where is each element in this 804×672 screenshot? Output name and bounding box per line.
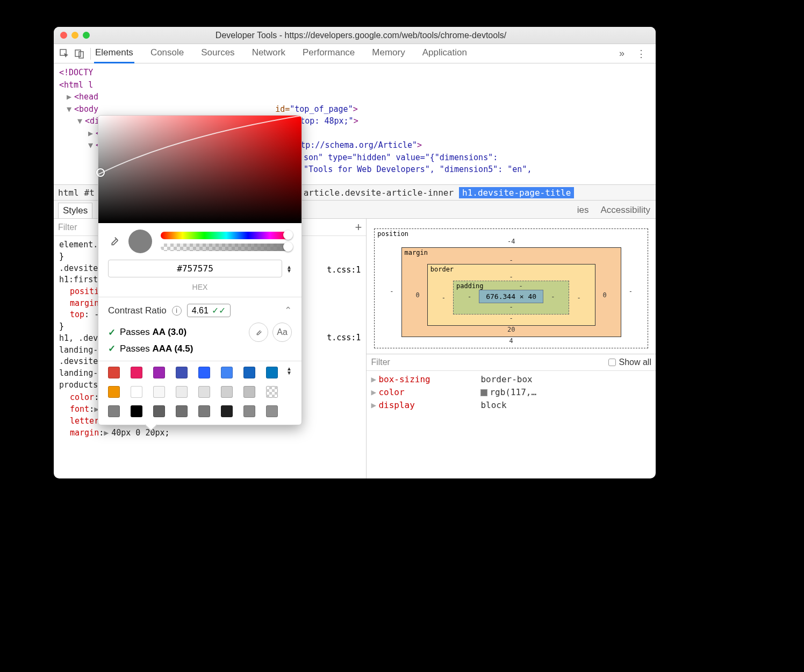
palette-swatch[interactable] <box>176 405 188 417</box>
bm-margin-label: margin <box>405 249 428 256</box>
expand-icon[interactable]: ▶ <box>371 373 378 386</box>
more-tabs-icon[interactable]: » <box>614 48 630 59</box>
bm-content: 676.344 × 40 <box>479 290 543 303</box>
main-toolbar: Elements Console Sources Network Perform… <box>54 44 656 63</box>
tab-elements[interactable]: Elements <box>94 44 134 63</box>
palette-swatch[interactable] <box>131 405 142 417</box>
tab-memory[interactable]: Memory <box>371 44 406 63</box>
tab-network[interactable]: Network <box>251 44 286 63</box>
palette-swatch[interactable] <box>108 367 120 378</box>
close-button[interactable] <box>60 32 67 39</box>
palette-swatch[interactable] <box>131 367 142 378</box>
doctype-node: <!DOCTY <box>59 68 93 77</box>
palette-swatch[interactable] <box>243 405 255 417</box>
show-all-toggle[interactable]: Show all <box>608 358 651 367</box>
box-model-diagram[interactable]: position -4 - margin - 0 border <box>367 219 656 354</box>
palette-swatch[interactable] <box>153 367 165 378</box>
alpha-thumb[interactable] <box>283 242 293 252</box>
prop-margin-val: 40px 0 20px <box>111 428 164 438</box>
current-color-swatch <box>128 230 152 253</box>
format-stepper-icon[interactable]: ▲▼ <box>286 265 292 273</box>
html-node: <html l <box>59 80 93 90</box>
crumb-html[interactable]: html <box>58 188 79 198</box>
bg-eyedropper-icon[interactable] <box>249 323 268 342</box>
tab-sources[interactable]: Sources <box>200 44 235 63</box>
palette-swatch[interactable] <box>131 386 142 398</box>
palette-swatch[interactable] <box>198 367 210 378</box>
bm-pos-bottom: 4 <box>390 337 633 345</box>
palette-swatch[interactable] <box>243 367 255 378</box>
device-toggle-icon[interactable] <box>72 46 87 61</box>
prop-top-val: : - <box>84 310 99 319</box>
check-icon: ✓ <box>108 327 116 338</box>
palette-swatch[interactable] <box>108 386 120 398</box>
settings-menu-icon[interactable]: ⋮ <box>630 48 652 60</box>
palette-swatch[interactable] <box>221 367 233 378</box>
attr-id: id= <box>275 104 290 114</box>
saturation-picker[interactable] <box>98 116 302 223</box>
contrast-ratio-label: Contrast Ratio <box>108 305 167 316</box>
tab-console[interactable]: Console <box>149 44 185 63</box>
palette-swatch[interactable] <box>176 367 188 378</box>
computed-prop: color <box>378 386 480 399</box>
palette-swatch[interactable] <box>243 386 255 398</box>
palette-stepper-icon[interactable]: ▲▼ <box>286 367 292 375</box>
pass-aa-label: Passes AA (3.0) <box>120 327 186 338</box>
info-icon[interactable]: i <box>172 306 182 316</box>
bm-pos-top: -4 <box>390 238 633 245</box>
eyedropper-icon[interactable] <box>108 235 120 247</box>
palette-swatch[interactable] <box>266 367 278 378</box>
minimize-button[interactable] <box>71 32 78 39</box>
tab-application[interactable]: Application <box>421 44 468 63</box>
maximize-button[interactable] <box>83 32 90 39</box>
bm-m-left: 0 <box>416 291 420 299</box>
text-sample-icon[interactable]: Aa <box>272 323 292 342</box>
body-node: <body <box>74 104 98 114</box>
palette-swatch[interactable] <box>266 405 278 417</box>
palette-swatch[interactable] <box>221 405 233 417</box>
subtab-properties[interactable]: ies <box>576 203 590 218</box>
expand-icon[interactable]: ▶ <box>371 399 378 412</box>
crumb-hash[interactable]: #t <box>84 188 95 198</box>
inspect-icon[interactable] <box>57 46 72 61</box>
prop-position: positi <box>70 287 99 296</box>
prop-margin: margin <box>70 428 99 438</box>
palette-swatch[interactable] <box>108 405 120 417</box>
color-cursor[interactable] <box>96 168 105 177</box>
palette-swatch[interactable] <box>153 405 165 417</box>
hue-thumb[interactable] <box>283 230 293 240</box>
palette-swatch[interactable] <box>221 386 233 398</box>
expand-icon[interactable]: ▶ <box>371 386 378 399</box>
computed-val: border-box <box>480 373 532 386</box>
palette-swatch[interactable] <box>198 386 210 398</box>
computed-properties[interactable]: ▶box-sizingborder-box ▶colorrgb(117,… ▶d… <box>367 371 656 414</box>
palette-swatch[interactable] <box>266 386 278 398</box>
tab-performance[interactable]: Performance <box>302 44 356 63</box>
subtab-accessibility[interactable]: Accessibility <box>599 203 651 218</box>
color-picker-popup: ▲▼ HEX Contrast Ratio i 4.61✓✓ ⌃ ✓ Passe… <box>98 115 302 425</box>
collapse-icon[interactable]: ⌃ <box>284 305 292 316</box>
filter-label[interactable]: Filter <box>58 223 77 232</box>
palette-swatch[interactable] <box>198 405 210 417</box>
computed-prop: box-sizing <box>378 373 480 386</box>
hue-slider[interactable] <box>161 232 292 239</box>
panel-tabs: Elements Console Sources Network Perform… <box>94 44 468 63</box>
hex-input[interactable] <box>108 260 282 277</box>
attr-id-val: "top_of_page" <box>290 104 353 114</box>
alpha-slider[interactable] <box>161 244 292 251</box>
show-all-label: Show all <box>619 358 651 367</box>
subtab-styles[interactable]: Styles <box>58 203 92 218</box>
palette-swatch[interactable] <box>153 386 165 398</box>
crumb-h1-selected[interactable]: h1.devsite-page-title <box>459 187 574 198</box>
palette-swatch[interactable] <box>176 386 188 398</box>
hex-label: HEX <box>98 283 302 291</box>
computed-filter-label[interactable]: Filter <box>371 358 390 367</box>
add-rule-icon[interactable]: + <box>355 220 362 234</box>
crumb-inner[interactable]: article.devsite-article-inner <box>304 188 454 198</box>
computed-val: rgb(117,… <box>480 386 536 399</box>
checkbox-icon[interactable] <box>608 359 616 366</box>
expand-icon[interactable]: ▶ <box>104 427 111 439</box>
computed-prop: display <box>378 399 480 412</box>
pass-aaa-label: Passes AAA (4.5) <box>120 344 193 354</box>
contrast-curve <box>98 116 302 223</box>
